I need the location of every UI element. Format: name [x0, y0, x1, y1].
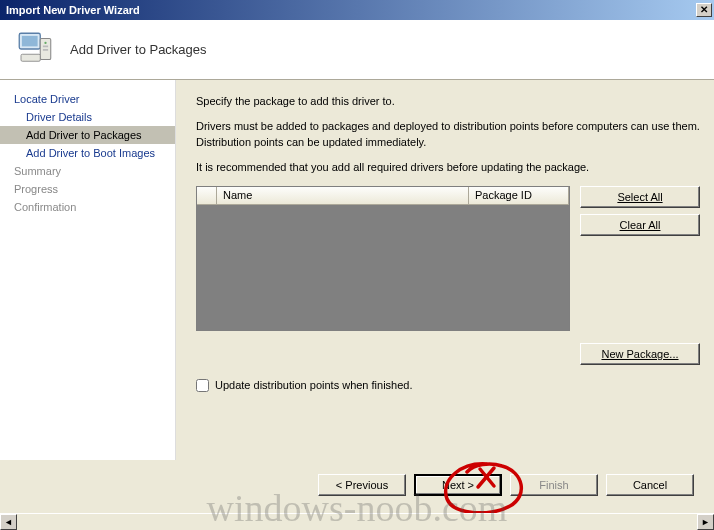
wizard-header: Add Driver to Packages [0, 20, 714, 80]
instruction-2: Drivers must be added to packages and de… [196, 119, 700, 150]
finish-button[interactable]: Finish [510, 474, 598, 496]
nav-item-add-driver-to-boot-images[interactable]: Add Driver to Boot Images [0, 144, 175, 162]
svg-rect-5 [43, 49, 48, 51]
close-button[interactable]: ✕ [696, 3, 712, 17]
package-list[interactable]: Name Package ID [196, 186, 570, 331]
instruction-3: It is recommended that you add all requi… [196, 160, 700, 175]
svg-rect-6 [21, 54, 40, 61]
nav-panel: Locate DriverDriver DetailsAdd Driver to… [0, 80, 176, 460]
content-panel: Specify the package to add this driver t… [176, 80, 714, 460]
previous-button[interactable]: < Previous [318, 474, 406, 496]
horizontal-scrollbar[interactable]: ◄ ► [0, 513, 714, 530]
column-name[interactable]: Name [217, 187, 469, 204]
wizard-buttons: < Previous Next > Finish Cancel [318, 474, 694, 496]
nav-item-driver-details[interactable]: Driver Details [0, 108, 175, 126]
svg-rect-4 [43, 45, 48, 47]
column-package-id[interactable]: Package ID [469, 187, 569, 204]
new-package-button[interactable]: New Package... [580, 343, 700, 365]
instruction-1: Specify the package to add this driver t… [196, 94, 700, 109]
window-title: Import New Driver Wizard [6, 4, 140, 16]
column-checkbox[interactable] [197, 187, 217, 204]
clear-all-button[interactable]: Clear All [580, 214, 700, 236]
scroll-right-icon[interactable]: ► [697, 514, 714, 530]
nav-item-progress[interactable]: Progress [0, 180, 175, 198]
scroll-left-icon[interactable]: ◄ [0, 514, 17, 530]
svg-point-3 [44, 41, 46, 43]
page-title: Add Driver to Packages [70, 42, 207, 57]
update-dp-label: Update distribution points when finished… [215, 379, 413, 391]
titlebar: Import New Driver Wizard ✕ [0, 0, 714, 20]
nav-item-confirmation[interactable]: Confirmation [0, 198, 175, 216]
nav-item-summary[interactable]: Summary [0, 162, 175, 180]
select-all-button[interactable]: Select All [580, 186, 700, 208]
wizard-body: Locate DriverDriver DetailsAdd Driver to… [0, 80, 714, 460]
table-header: Name Package ID [197, 187, 569, 205]
next-button[interactable]: Next > [414, 474, 502, 496]
update-dp-checkbox[interactable] [196, 379, 209, 392]
svg-rect-1 [22, 35, 38, 46]
nav-item-add-driver-to-packages[interactable]: Add Driver to Packages [0, 126, 175, 144]
cancel-button[interactable]: Cancel [606, 474, 694, 496]
nav-item-locate-driver[interactable]: Locate Driver [0, 90, 175, 108]
computer-icon [14, 28, 56, 72]
